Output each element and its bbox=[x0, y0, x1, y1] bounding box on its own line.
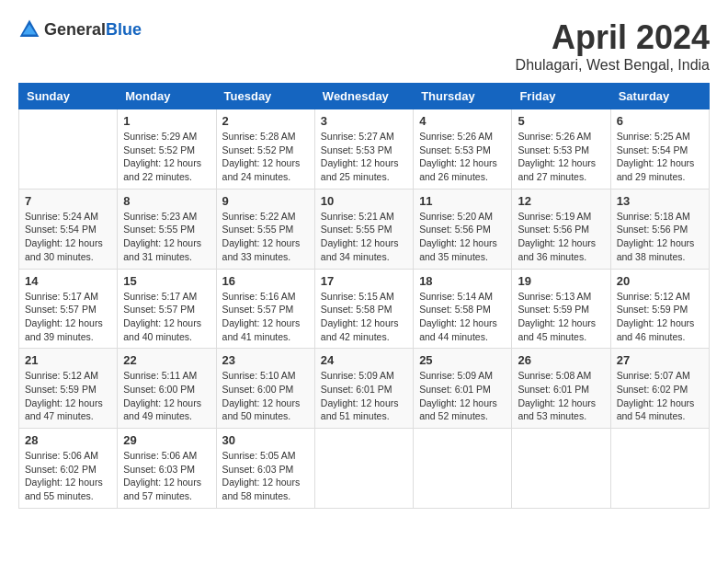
calendar-cell: 3Sunrise: 5:27 AM Sunset: 5:53 PM Daylig… bbox=[314, 109, 413, 190]
day-number: 4 bbox=[419, 114, 506, 128]
day-info: Sunrise: 5:29 AM Sunset: 5:52 PM Dayligh… bbox=[123, 130, 210, 184]
location-title: Dhulagari, West Bengal, India bbox=[516, 57, 710, 74]
calendar-cell: 10Sunrise: 5:21 AM Sunset: 5:55 PM Dayli… bbox=[314, 189, 413, 269]
day-number: 1 bbox=[123, 114, 210, 128]
calendar-cell: 5Sunrise: 5:26 AM Sunset: 5:53 PM Daylig… bbox=[512, 109, 610, 190]
calendar-week-row: 28Sunrise: 5:06 AM Sunset: 6:02 PM Dayli… bbox=[19, 429, 710, 509]
weekday-header-wednesday: Wednesday bbox=[314, 84, 413, 109]
calendar-cell: 27Sunrise: 5:07 AM Sunset: 6:02 PM Dayli… bbox=[610, 349, 709, 429]
weekday-header-row: SundayMondayTuesdayWednesdayThursdayFrid… bbox=[19, 84, 710, 109]
day-info: Sunrise: 5:09 AM Sunset: 6:01 PM Dayligh… bbox=[419, 369, 506, 423]
day-number: 22 bbox=[123, 353, 210, 367]
weekday-header-sunday: Sunday bbox=[19, 84, 118, 109]
day-info: Sunrise: 5:17 AM Sunset: 5:57 PM Dayligh… bbox=[123, 290, 210, 344]
calendar-cell: 18Sunrise: 5:14 AM Sunset: 5:58 PM Dayli… bbox=[414, 269, 512, 349]
day-info: Sunrise: 5:27 AM Sunset: 5:53 PM Dayligh… bbox=[321, 130, 407, 184]
title-section: April 2024 Dhulagari, West Bengal, India bbox=[516, 18, 710, 74]
calendar-cell: 20Sunrise: 5:12 AM Sunset: 5:59 PM Dayli… bbox=[610, 269, 709, 349]
day-info: Sunrise: 5:08 AM Sunset: 6:01 PM Dayligh… bbox=[518, 369, 604, 423]
day-number: 26 bbox=[518, 353, 604, 367]
day-number: 5 bbox=[518, 114, 604, 128]
day-number: 9 bbox=[222, 194, 309, 208]
page-header: GeneralBlue April 2024 Dhulagari, West B… bbox=[18, 18, 710, 74]
day-number: 8 bbox=[123, 194, 210, 208]
day-number: 19 bbox=[518, 274, 604, 288]
calendar-cell: 2Sunrise: 5:28 AM Sunset: 5:52 PM Daylig… bbox=[216, 109, 314, 190]
logo: GeneralBlue bbox=[18, 18, 142, 40]
calendar-week-row: 21Sunrise: 5:12 AM Sunset: 5:59 PM Dayli… bbox=[19, 349, 710, 429]
calendar-cell: 25Sunrise: 5:09 AM Sunset: 6:01 PM Dayli… bbox=[414, 349, 512, 429]
calendar-cell: 30Sunrise: 5:05 AM Sunset: 6:03 PM Dayli… bbox=[216, 429, 314, 509]
calendar-cell: 7Sunrise: 5:24 AM Sunset: 5:54 PM Daylig… bbox=[19, 189, 118, 269]
day-number: 18 bbox=[419, 274, 506, 288]
day-info: Sunrise: 5:14 AM Sunset: 5:58 PM Dayligh… bbox=[419, 290, 506, 344]
calendar-cell: 15Sunrise: 5:17 AM Sunset: 5:57 PM Dayli… bbox=[118, 269, 216, 349]
calendar-week-row: 14Sunrise: 5:17 AM Sunset: 5:57 PM Dayli… bbox=[19, 269, 710, 349]
day-info: Sunrise: 5:17 AM Sunset: 5:57 PM Dayligh… bbox=[25, 290, 111, 344]
weekday-header-thursday: Thursday bbox=[414, 84, 512, 109]
weekday-header-monday: Monday bbox=[118, 84, 216, 109]
day-number: 16 bbox=[222, 274, 309, 288]
day-number: 29 bbox=[123, 433, 210, 447]
logo-blue: Blue bbox=[106, 20, 142, 39]
day-info: Sunrise: 5:11 AM Sunset: 6:00 PM Dayligh… bbox=[123, 369, 210, 423]
day-number: 17 bbox=[321, 274, 407, 288]
logo-icon bbox=[18, 18, 40, 40]
day-number: 28 bbox=[25, 433, 111, 447]
day-info: Sunrise: 5:21 AM Sunset: 5:55 PM Dayligh… bbox=[321, 210, 407, 264]
weekday-header-tuesday: Tuesday bbox=[216, 84, 314, 109]
day-number: 3 bbox=[321, 114, 407, 128]
calendar-week-row: 1Sunrise: 5:29 AM Sunset: 5:52 PM Daylig… bbox=[19, 109, 710, 190]
day-info: Sunrise: 5:12 AM Sunset: 5:59 PM Dayligh… bbox=[25, 369, 111, 423]
calendar-cell: 24Sunrise: 5:09 AM Sunset: 6:01 PM Dayli… bbox=[314, 349, 413, 429]
day-info: Sunrise: 5:12 AM Sunset: 5:59 PM Dayligh… bbox=[617, 290, 703, 344]
day-info: Sunrise: 5:16 AM Sunset: 5:57 PM Dayligh… bbox=[222, 290, 309, 344]
day-info: Sunrise: 5:10 AM Sunset: 6:00 PM Dayligh… bbox=[222, 369, 309, 423]
calendar-cell: 4Sunrise: 5:26 AM Sunset: 5:53 PM Daylig… bbox=[414, 109, 512, 190]
logo-general: General bbox=[44, 20, 106, 39]
day-number: 2 bbox=[222, 114, 309, 128]
day-number: 15 bbox=[123, 274, 210, 288]
day-info: Sunrise: 5:09 AM Sunset: 6:01 PM Dayligh… bbox=[321, 369, 407, 423]
calendar-cell bbox=[19, 109, 118, 190]
day-info: Sunrise: 5:22 AM Sunset: 5:55 PM Dayligh… bbox=[222, 210, 309, 264]
calendar-cell: 13Sunrise: 5:18 AM Sunset: 5:56 PM Dayli… bbox=[610, 189, 709, 269]
calendar-cell: 8Sunrise: 5:23 AM Sunset: 5:55 PM Daylig… bbox=[118, 189, 216, 269]
calendar-cell bbox=[512, 429, 610, 509]
day-info: Sunrise: 5:06 AM Sunset: 6:02 PM Dayligh… bbox=[25, 449, 111, 503]
day-info: Sunrise: 5:25 AM Sunset: 5:54 PM Dayligh… bbox=[617, 130, 703, 184]
day-info: Sunrise: 5:19 AM Sunset: 5:56 PM Dayligh… bbox=[518, 210, 604, 264]
calendar-cell: 21Sunrise: 5:12 AM Sunset: 5:59 PM Dayli… bbox=[19, 349, 118, 429]
day-info: Sunrise: 5:28 AM Sunset: 5:52 PM Dayligh… bbox=[222, 130, 309, 184]
day-number: 25 bbox=[419, 353, 506, 367]
day-info: Sunrise: 5:26 AM Sunset: 5:53 PM Dayligh… bbox=[518, 130, 604, 184]
day-number: 23 bbox=[222, 353, 309, 367]
day-info: Sunrise: 5:23 AM Sunset: 5:55 PM Dayligh… bbox=[123, 210, 210, 264]
day-info: Sunrise: 5:20 AM Sunset: 5:56 PM Dayligh… bbox=[419, 210, 506, 264]
calendar-cell bbox=[314, 429, 413, 509]
day-info: Sunrise: 5:18 AM Sunset: 5:56 PM Dayligh… bbox=[617, 210, 703, 264]
calendar-cell: 6Sunrise: 5:25 AM Sunset: 5:54 PM Daylig… bbox=[610, 109, 709, 190]
day-number: 12 bbox=[518, 194, 604, 208]
calendar-cell: 1Sunrise: 5:29 AM Sunset: 5:52 PM Daylig… bbox=[118, 109, 216, 190]
day-info: Sunrise: 5:15 AM Sunset: 5:58 PM Dayligh… bbox=[321, 290, 407, 344]
calendar-cell bbox=[610, 429, 709, 509]
day-number: 6 bbox=[617, 114, 703, 128]
day-number: 21 bbox=[25, 353, 111, 367]
day-info: Sunrise: 5:06 AM Sunset: 6:03 PM Dayligh… bbox=[123, 449, 210, 503]
day-info: Sunrise: 5:24 AM Sunset: 5:54 PM Dayligh… bbox=[25, 210, 111, 264]
day-number: 13 bbox=[617, 194, 703, 208]
calendar-cell: 29Sunrise: 5:06 AM Sunset: 6:03 PM Dayli… bbox=[118, 429, 216, 509]
calendar-week-row: 7Sunrise: 5:24 AM Sunset: 5:54 PM Daylig… bbox=[19, 189, 710, 269]
day-number: 14 bbox=[25, 274, 111, 288]
calendar-cell: 28Sunrise: 5:06 AM Sunset: 6:02 PM Dayli… bbox=[19, 429, 118, 509]
calendar-cell: 26Sunrise: 5:08 AM Sunset: 6:01 PM Dayli… bbox=[512, 349, 610, 429]
calendar-cell: 9Sunrise: 5:22 AM Sunset: 5:55 PM Daylig… bbox=[216, 189, 314, 269]
calendar-cell bbox=[414, 429, 512, 509]
day-number: 10 bbox=[321, 194, 407, 208]
month-year-title: April 2024 bbox=[516, 18, 710, 57]
calendar-cell: 11Sunrise: 5:20 AM Sunset: 5:56 PM Dayli… bbox=[414, 189, 512, 269]
weekday-header-friday: Friday bbox=[512, 84, 610, 109]
calendar-table: SundayMondayTuesdayWednesdayThursdayFrid… bbox=[18, 83, 710, 509]
day-number: 30 bbox=[222, 433, 309, 447]
